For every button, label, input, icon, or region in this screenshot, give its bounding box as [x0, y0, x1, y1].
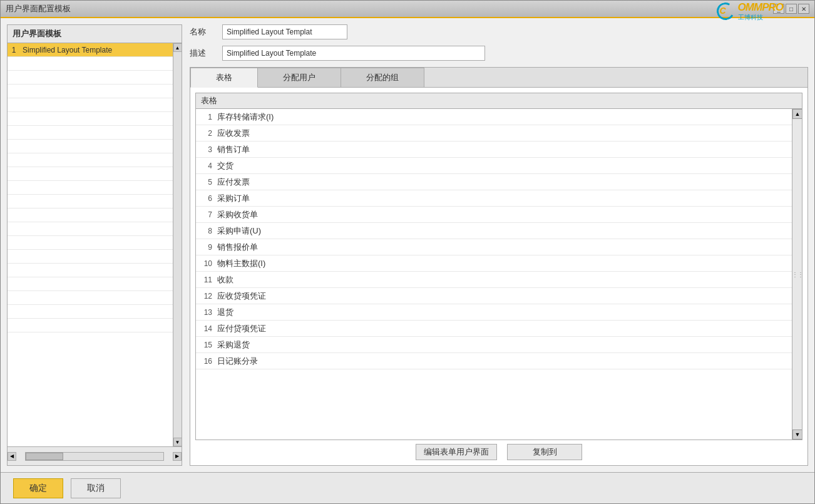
- table-row[interactable]: 7 采购收货单: [196, 207, 792, 223]
- list-item-num: 1: [8, 46, 20, 54]
- logo-text: OMMPRO: [738, 2, 783, 14]
- row-num: 9: [198, 243, 217, 252]
- row-num: 3: [198, 145, 217, 154]
- table-row[interactable]: 14 应付贷项凭证: [196, 321, 792, 337]
- table-row[interactable]: 1 库存转储请求(I): [196, 109, 792, 125]
- scroll-left-button[interactable]: ◀: [8, 452, 16, 461]
- list-item[interactable]: 1 Simplified Layout Template: [8, 43, 173, 57]
- scroll-up-button[interactable]: ▲: [173, 43, 182, 52]
- table-row[interactable]: 16 日记账分录: [196, 353, 792, 369]
- list-empty-row: [8, 319, 173, 332]
- row-num: 2: [198, 129, 217, 138]
- window-title: 用户界面配置模板: [6, 3, 71, 14]
- table-row[interactable]: 9 销售报价单: [196, 239, 792, 255]
- form-name-row: 名称: [190, 24, 808, 39]
- list-item-text: Simplified Layout Template: [20, 46, 112, 54]
- left-panel-header: 用户界面模板: [8, 25, 182, 43]
- row-num: 16: [198, 357, 217, 366]
- copy-to-button[interactable]: 复制到: [507, 444, 582, 460]
- row-num: 12: [198, 292, 217, 301]
- data-table-header: 表格: [196, 93, 802, 109]
- scroll-down-button[interactable]: ▼: [173, 438, 182, 446]
- left-panel-bottom: ◀ ▶: [8, 446, 182, 465]
- list-empty-row: [8, 98, 173, 112]
- form-desc-row: 描述: [190, 46, 808, 61]
- close-button[interactable]: ✕: [798, 4, 809, 14]
- row-text: 应付贷项凭证: [217, 323, 266, 334]
- list-empty-row: [8, 85, 173, 98]
- logo-subtitle: 工博科技: [738, 14, 783, 21]
- row-num: 14: [198, 324, 217, 333]
- edit-form-button[interactable]: 编辑表单用户界面: [416, 444, 497, 460]
- h-scroll-track: [25, 452, 164, 461]
- list-empty-row: [8, 277, 173, 291]
- data-table-wrap: 表格 1 库存转储请求(I)2 应收发票3 销售订单4 交货5 应付发票6: [195, 93, 802, 440]
- table-row[interactable]: 13 退货: [196, 304, 792, 321]
- list-empty-row: [8, 71, 173, 85]
- row-text: 交货: [217, 160, 233, 172]
- list-empty-row: [8, 305, 173, 319]
- scroll-thumb-area: ⋮⋮: [792, 119, 802, 429]
- name-label: 名称: [190, 26, 215, 38]
- table-row[interactable]: 6 采购订单: [196, 190, 792, 207]
- row-text: 采购申请(U): [217, 225, 261, 237]
- table-row[interactable]: 10 物料主数据(I): [196, 255, 792, 272]
- list-empty-row: [8, 264, 173, 277]
- scroll-right-button[interactable]: ▶: [173, 452, 182, 461]
- table-row[interactable]: 11 收款: [196, 272, 792, 288]
- list-empty-row: [8, 126, 173, 140]
- table-row[interactable]: 5 应付发票: [196, 174, 792, 190]
- row-text: 采购订单: [217, 193, 250, 204]
- row-text: 退货: [217, 307, 233, 318]
- ok-button[interactable]: 确定: [13, 478, 63, 498]
- cancel-button[interactable]: 取消: [71, 478, 121, 498]
- tab-item-1[interactable]: 分配用户: [257, 68, 341, 87]
- desc-input[interactable]: [222, 46, 485, 61]
- row-text: 采购退货: [217, 339, 250, 351]
- row-text: 应付发票: [217, 177, 250, 188]
- row-text: 销售订单: [217, 144, 250, 155]
- row-text: 物料主数据(I): [217, 258, 265, 269]
- tab-header: 表格分配用户分配的组: [190, 68, 807, 88]
- row-text: 日记账分录: [217, 356, 258, 367]
- table-content: 表格 1 库存转储请求(I)2 应收发票3 销售订单4 交货5 应付发票6: [190, 88, 807, 465]
- data-table-body: 1 库存转储请求(I)2 应收发票3 销售订单4 交货5 应付发票6 采购订单7…: [196, 109, 802, 440]
- tab-container: 表格分配用户分配的组 表格 1 库存转储请求(I)2 应收发票3 销售订单4: [190, 67, 808, 466]
- list-empty-row: [8, 140, 173, 153]
- table-row[interactable]: 2 应收发票: [196, 125, 792, 141]
- row-text: 应收贷项凭证: [217, 291, 266, 302]
- tab-item-0[interactable]: 表格: [190, 68, 258, 88]
- table-row[interactable]: 8 采购申请(U): [196, 223, 792, 239]
- row-num: 10: [198, 259, 217, 268]
- row-num: 6: [198, 194, 217, 203]
- maximize-button[interactable]: □: [786, 4, 797, 14]
- table-row[interactable]: 3 销售订单: [196, 141, 792, 158]
- row-text: 采购收货单: [217, 209, 258, 220]
- table-scroll-down[interactable]: ▼: [792, 429, 802, 440]
- scroll-dots: ⋮⋮: [792, 271, 802, 278]
- list-empty-row: [8, 181, 173, 195]
- tab-item-2[interactable]: 分配的组: [341, 68, 424, 87]
- list-empty-row: [8, 250, 173, 264]
- row-num: 8: [198, 227, 217, 235]
- table-row[interactable]: 4 交货: [196, 158, 792, 174]
- list-empty-row: [8, 236, 173, 250]
- row-num: 15: [198, 341, 217, 349]
- footer: 确定 取消: [1, 472, 814, 503]
- table-row[interactable]: 12 应收贷项凭证: [196, 288, 792, 304]
- row-num: 7: [198, 210, 217, 219]
- table-row[interactable]: 15 采购退货: [196, 337, 792, 353]
- row-text: 库存转储请求(I): [217, 111, 274, 123]
- list-empty-row: [8, 222, 173, 236]
- row-text: 应收发票: [217, 128, 250, 139]
- table-scroll-up[interactable]: ▲: [792, 109, 802, 119]
- list-empty-row: [8, 195, 173, 208]
- list-empty-row: [8, 167, 173, 181]
- list-empty-row: [8, 208, 173, 222]
- row-num: 5: [198, 178, 217, 187]
- h-scroll-thumb[interactable]: [26, 453, 63, 460]
- main-content: 用户界面模板 1 Simplified Layout Template ▲ ▼: [1, 18, 814, 472]
- name-input[interactable]: [222, 24, 347, 39]
- row-text: 收款: [217, 274, 233, 285]
- desc-label: 描述: [190, 48, 215, 59]
